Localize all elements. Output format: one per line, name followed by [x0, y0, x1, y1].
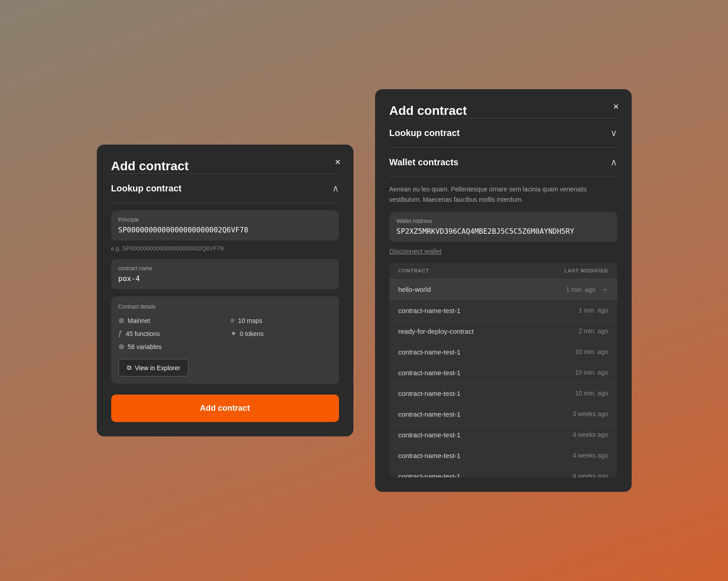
contract-name-input-group[interactable]: contract name pox-4 — [111, 259, 339, 289]
row-right: 4 weeks ago — [573, 472, 608, 477]
tokens-detail: ✦ 0 tokens — [231, 329, 332, 338]
row-contract-name: contract-name-test-1 — [398, 307, 579, 314]
left-modal-title: Add contract — [111, 159, 189, 173]
left-lookup-section-header[interactable]: Lookup contract ∧ — [111, 174, 339, 203]
contract-name-value: pox-4 — [118, 274, 332, 283]
contracts-table: CONTRACT LAST MODIFIED hello-world1 min.… — [389, 263, 617, 477]
row-contract-name: contract-name-test-1 — [398, 472, 573, 477]
network-detail: ⊗ Mainnet — [118, 316, 220, 325]
left-modal: Add contract × Lookup contract ∧ Princip… — [97, 145, 353, 436]
row-contract-name: contract-name-test-1 — [398, 369, 575, 377]
disconnect-wallet-link[interactable]: Disconnect wallet — [389, 247, 442, 255]
functions-detail: ƒ 45 functions — [118, 329, 220, 338]
maps-value: 10 maps — [238, 317, 262, 324]
row-time: 4 weeks ago — [573, 431, 608, 438]
row-right: 10 min. ago — [575, 390, 608, 397]
right-lookup-title: Lookup contract — [389, 128, 460, 138]
tokens-icon: ✦ — [231, 329, 236, 338]
wallet-address-input-group: Wallet Address SP2XZ5MRKVD396CAQ4MBE2BJ5… — [389, 212, 617, 242]
table-row[interactable]: contract-name-test-14 weeks ago — [389, 445, 617, 466]
row-time: 1 min. ago — [566, 286, 595, 293]
row-time: 10 min. ago — [575, 369, 608, 376]
row-contract-name: contract-name-test-1 — [398, 431, 573, 439]
variables-detail: ⊗ 58 variables — [118, 342, 220, 351]
right-modal-title: Add contract — [389, 104, 467, 118]
left-lookup-chevron: ∧ — [332, 183, 339, 194]
col-contract-header: CONTRACT — [398, 268, 565, 273]
right-modal-close-button[interactable]: × — [613, 102, 619, 112]
left-lookup-title: Lookup contract — [111, 183, 182, 194]
table-body: hello-world1 min. ago→contract-name-test… — [389, 279, 617, 477]
table-row[interactable]: contract-name-test-11 min. ago — [389, 300, 617, 321]
table-row[interactable]: ready-for-deploy-contract2 min. ago — [389, 321, 617, 342]
row-right: 4 weeks ago — [573, 431, 608, 438]
variables-icon: ⊗ — [118, 342, 124, 351]
contract-details-box: Contract details ⊗ Mainnet ≡ 10 maps ƒ 4… — [111, 296, 339, 384]
row-time: 2 min. ago — [579, 327, 608, 335]
row-time: 1 min. ago — [579, 307, 608, 314]
tokens-value: 0 tokens — [240, 330, 264, 337]
wallet-description: Aenean eu leo quam. Pellentesque ornare … — [389, 184, 617, 204]
row-right: 3 weeks ago — [573, 410, 608, 418]
contract-name-label: contract name — [118, 265, 332, 272]
row-right: 10 min. ago — [575, 369, 608, 376]
row-right: 2 min. ago — [579, 327, 608, 335]
view-in-explorer-button[interactable]: ⧉ View in Explorer — [118, 359, 189, 377]
principle-input-group[interactable]: Principle SP0000000000000000000002Q6VF78 — [111, 210, 339, 241]
right-modal: Add contract × Lookup contract ∨ Wallet … — [375, 89, 632, 492]
table-row[interactable]: hello-world1 min. ago→ — [389, 279, 617, 300]
row-right: 10 min. ago — [575, 348, 608, 355]
right-lookup-chevron: ∨ — [610, 127, 617, 138]
wallet-address-label: Wallet Address — [397, 218, 610, 224]
row-time: 4 weeks ago — [573, 472, 608, 477]
left-modal-close-button[interactable]: × — [335, 157, 341, 167]
row-contract-name: ready-for-deploy-contract — [398, 327, 579, 335]
row-contract-name: contract-name-test-1 — [398, 410, 573, 418]
variables-value: 58 variables — [128, 343, 162, 350]
table-row[interactable]: contract-name-test-14 weeks ago — [389, 425, 617, 445]
add-contract-button[interactable]: Add contract — [111, 395, 339, 422]
functions-value: 45 functions — [126, 330, 160, 337]
table-row[interactable]: contract-name-test-110 min. ago — [389, 363, 617, 383]
maps-detail: ≡ 10 maps — [231, 316, 332, 325]
wallet-address-value: SP2XZ5MRKVD396CAQ4MBE2BJ5C5C5Z6M0AYNDH5R… — [397, 227, 610, 236]
row-contract-name: contract-name-test-1 — [398, 452, 573, 459]
principle-value: SP0000000000000000000002Q6VF78 — [118, 226, 332, 234]
col-modified-header: LAST MODIFIED — [565, 268, 608, 273]
table-row[interactable]: contract-name-test-110 min. ago — [389, 383, 617, 404]
network-value: Mainnet — [128, 317, 150, 324]
row-right: 1 min. ago — [579, 307, 608, 314]
row-time: 10 min. ago — [575, 348, 608, 355]
explorer-btn-label: View in Explorer — [135, 364, 181, 372]
row-right: 4 weeks ago — [573, 452, 608, 459]
table-row[interactable]: contract-name-test-13 weeks ago — [389, 404, 617, 425]
principle-label: Principle — [118, 217, 332, 223]
wallet-contracts-chevron: ∧ — [610, 157, 617, 168]
contract-details-grid: ⊗ Mainnet ≡ 10 maps ƒ 45 functions ✦ 0 t… — [118, 316, 332, 351]
row-contract-name: hello-world — [398, 286, 566, 293]
table-row[interactable]: contract-name-test-14 weeks ago — [389, 466, 617, 477]
network-icon: ⊗ — [118, 316, 124, 325]
principle-hint: e.g. SP0000000000000000000002Q6VF78 — [111, 245, 339, 252]
row-right: 1 min. ago→ — [566, 286, 608, 294]
maps-icon: ≡ — [231, 317, 235, 325]
right-lookup-section-header[interactable]: Lookup contract ∨ — [389, 118, 617, 148]
functions-icon: ƒ — [118, 330, 122, 338]
row-contract-name: contract-name-test-1 — [398, 348, 575, 356]
wallet-contracts-title: Wallet contracts — [389, 157, 459, 168]
row-time: 4 weeks ago — [573, 452, 608, 459]
row-contract-name: contract-name-test-1 — [398, 390, 575, 397]
row-arrow-icon: → — [601, 286, 608, 294]
row-time: 10 min. ago — [575, 390, 608, 397]
explorer-icon: ⧉ — [127, 364, 131, 372]
row-time: 3 weeks ago — [573, 410, 608, 418]
contract-details-title: Contract details — [118, 304, 332, 310]
table-row[interactable]: contract-name-test-110 min. ago — [389, 342, 617, 363]
table-header: CONTRACT LAST MODIFIED — [389, 263, 617, 279]
wallet-contracts-section-header[interactable]: Wallet contracts ∧ — [389, 148, 617, 177]
